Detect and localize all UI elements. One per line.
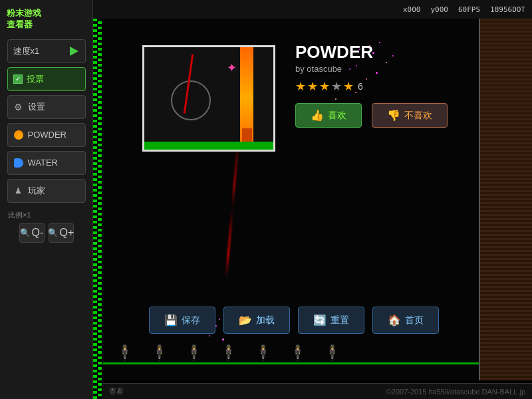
star-2: ★ [307, 79, 318, 94]
settings-label: 设置 [28, 101, 45, 113]
rating-row: ★ ★ ★ ★ ★ 6 [295, 79, 508, 94]
sidebar: 粉末游戏查看器 速度x1 ✓ 投票 ⚙ 设置 POWDER WATER ♟ 玩家… [0, 0, 93, 399]
vote-button[interactable]: ✓ 投票 [7, 67, 86, 91]
footer-right-text: ©2007-2015 ha55ii/otascube DAN-BALL.jp [386, 388, 525, 396]
thumbs-up-icon: 👍 [311, 109, 324, 122]
ground-line [102, 362, 479, 364]
player-button[interactable]: ♟ 玩家 [7, 179, 86, 203]
thumb-small-box [242, 128, 252, 142]
main-game-area: 🕴 🕴 🕴 🕴 🕴 🕴 🕴 ✦ POWDER by otascube [102, 19, 532, 380]
zoom-out-button[interactable]: 🔍 Q- [19, 223, 45, 243]
play-icon [69, 46, 80, 57]
scale-label: 比例×1 [0, 210, 31, 220]
star-3: ★ [319, 79, 330, 94]
home-label: 首页 [405, 315, 424, 327]
like-buttons-row: 👍 喜欢 👎 不喜欢 [295, 103, 508, 128]
like-label: 喜欢 [328, 110, 346, 122]
rating-count: 6 [358, 81, 363, 92]
dislike-button[interactable]: 👎 不喜欢 [372, 103, 448, 128]
star-4: ★ [331, 79, 342, 94]
stickman-4: 🕴 [219, 346, 237, 360]
footer-bar: 查看 ©2007-2015 ha55ii/otascube DAN-BALL.j… [102, 383, 532, 399]
dislike-label: 不喜欢 [404, 110, 432, 122]
save-button[interactable]: 💾 保存 [149, 307, 215, 334]
like-button[interactable]: 👍 喜欢 [295, 103, 362, 128]
game-info-panel: POWDER by otascube ★ ★ ★ ★ ★ 6 👍 喜欢 👎 [295, 42, 508, 128]
game-thumbnail: ✦ [142, 45, 275, 152]
zoom-plus-label: Q+ [60, 227, 74, 239]
reset-button[interactable]: 🔄 重置 [298, 307, 364, 334]
speed-label: 速度x1 [13, 45, 40, 57]
app-title: 粉末游戏查看器 [0, 5, 92, 37]
action-buttons-row: 💾 保存 📂 加载 🔄 重置 🏠 首页 [122, 307, 466, 334]
load-icon: 📂 [239, 314, 252, 327]
player-label: 玩家 [28, 185, 45, 197]
reset-label: 重置 [331, 315, 349, 327]
home-icon: 🏠 [388, 314, 401, 327]
thumbnail-content: ✦ [144, 47, 273, 150]
left-border-dots [93, 19, 102, 399]
fps-display: 60FPS [458, 5, 480, 14]
stars-display: ★ ★ ★ ★ ★ [295, 79, 354, 94]
load-button[interactable]: 📂 加载 [223, 307, 290, 334]
star-1: ★ [295, 79, 306, 94]
stickman-1: 🕴 [116, 346, 134, 360]
game-title: POWDER [295, 42, 508, 63]
water-icon [13, 158, 24, 168]
powder-button[interactable]: POWDER [7, 123, 86, 147]
thumb-firework: ✦ [227, 61, 237, 75]
thumb-circle [171, 80, 211, 120]
settings-button[interactable]: ⚙ 设置 [7, 95, 86, 119]
home-button[interactable]: 🏠 首页 [372, 307, 439, 334]
gear-icon: ⚙ [13, 102, 24, 112]
thumb-ground [144, 142, 273, 150]
dots-display: 18956DOT [490, 5, 525, 14]
water-label: WATER [28, 158, 59, 168]
game-background: 🕴 🕴 🕴 🕴 🕴 🕴 🕴 ✦ POWDER by otascube [102, 19, 532, 380]
save-label: 保存 [182, 315, 200, 327]
load-label: 加载 [256, 315, 275, 327]
stickman-3: 🕴 [185, 346, 203, 360]
vote-label: 投票 [27, 73, 44, 85]
y-coord: y000 [430, 5, 448, 14]
powder-icon [13, 130, 24, 140]
stickman-7: 🕴 [323, 346, 341, 360]
zoom-in-button[interactable]: 🔍 Q+ [49, 223, 74, 243]
stickman-2: 🕴 [150, 346, 168, 360]
powder-label: POWDER [28, 130, 67, 140]
stickman-6: 🕴 [289, 346, 307, 360]
zoom-out-icon: 🔍 [20, 228, 30, 237]
game-author: by otascube [295, 64, 508, 74]
zoom-in-icon: 🔍 [48, 228, 58, 237]
water-button[interactable]: WATER [7, 151, 86, 175]
reset-icon: 🔄 [313, 314, 327, 327]
thumbs-down-icon: 👎 [387, 109, 400, 122]
stickman-5: 🕴 [254, 346, 272, 360]
checkbox-icon: ✓ [13, 74, 23, 84]
x-coord: x000 [403, 5, 421, 14]
speed-button[interactable]: 速度x1 [7, 39, 86, 63]
footer-left-text: 查看 [109, 386, 124, 396]
player-icon: ♟ [13, 186, 24, 196]
zoom-minus-label: Q- [32, 227, 44, 239]
star-5: ★ [343, 79, 354, 94]
save-icon: 💾 [164, 314, 178, 327]
zoom-controls: 🔍 Q- 🔍 Q+ [19, 223, 74, 243]
